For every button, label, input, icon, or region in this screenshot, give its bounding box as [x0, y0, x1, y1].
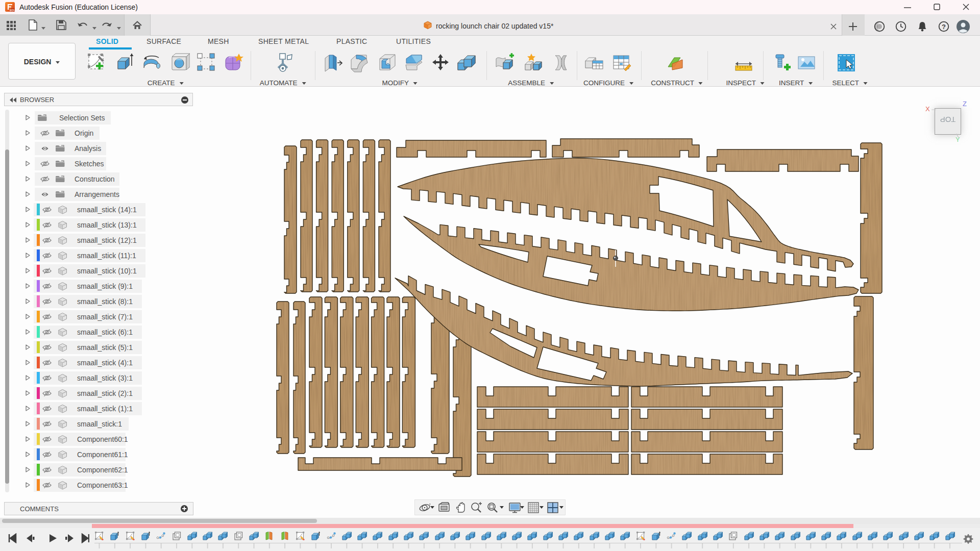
- svg-text:EDU: EDU: [10, 9, 15, 12]
- svg-text:?: ?: [942, 23, 946, 31]
